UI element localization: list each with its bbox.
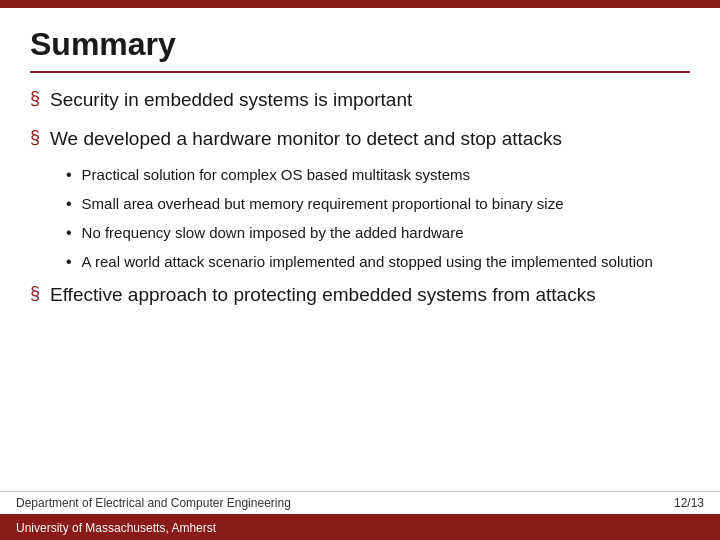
sub-text-3: No frequency slow down imposed by the ad… bbox=[82, 222, 464, 243]
bullet-icon-2: § bbox=[30, 127, 40, 148]
top-bar bbox=[0, 0, 720, 8]
footer: Department of Electrical and Computer En… bbox=[0, 491, 720, 540]
footer-university-bar: University of Massachusetts, Amherst bbox=[0, 514, 720, 540]
bullet-text-3: Effective approach to protecting embedde… bbox=[50, 282, 596, 309]
sub-item-2: • Small area overhead but memory require… bbox=[66, 193, 690, 214]
sub-text-2: Small area overhead but memory requireme… bbox=[82, 193, 564, 214]
bullet-text-1: Security in embedded systems is importan… bbox=[50, 87, 412, 114]
sub-dot-2: • bbox=[66, 195, 72, 213]
bullet-item-3: § Effective approach to protecting embed… bbox=[30, 282, 690, 309]
slide-title: Summary bbox=[30, 26, 690, 63]
bullet-text-2: We developed a hardware monitor to detec… bbox=[50, 126, 562, 153]
sub-bullets-list: • Practical solution for complex OS base… bbox=[66, 164, 690, 272]
sub-text-1: Practical solution for complex OS based … bbox=[82, 164, 470, 185]
title-divider bbox=[30, 71, 690, 73]
sub-dot-4: • bbox=[66, 253, 72, 271]
sub-text-4: A real world attack scenario implemented… bbox=[82, 251, 653, 272]
sub-item-1: • Practical solution for complex OS base… bbox=[66, 164, 690, 185]
bullet-icon-1: § bbox=[30, 88, 40, 109]
footer-page-number: 12/13 bbox=[674, 496, 704, 510]
sub-item-3: • No frequency slow down imposed by the … bbox=[66, 222, 690, 243]
sub-item-4: • A real world attack scenario implement… bbox=[66, 251, 690, 272]
footer-university-text: University of Massachusetts, Amherst bbox=[16, 521, 216, 535]
bullet-icon-3: § bbox=[30, 283, 40, 304]
sub-dot-3: • bbox=[66, 224, 72, 242]
bullet-item-2: § We developed a hardware monitor to det… bbox=[30, 126, 690, 153]
footer-top-row: Department of Electrical and Computer En… bbox=[0, 491, 720, 514]
sub-dot-1: • bbox=[66, 166, 72, 184]
bullet-item-1: § Security in embedded systems is import… bbox=[30, 87, 690, 114]
footer-department: Department of Electrical and Computer En… bbox=[16, 496, 291, 510]
